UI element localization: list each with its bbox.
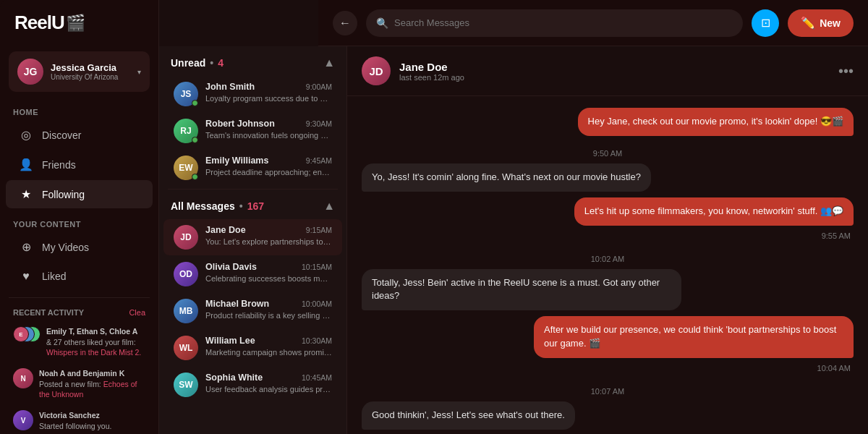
content-area: Unread • 4 ▲ JS John Smith 9:00AM xyxy=(159,46,868,434)
messages-panel: Unread • 4 ▲ JS John Smith 9:00AM xyxy=(159,46,347,434)
recent-title: Recent Activity xyxy=(13,308,84,317)
message-preview: Project deadline approaching; ensure eve… xyxy=(205,167,332,177)
following-icon: ★ xyxy=(19,187,33,201)
activity-item[interactable]: N Noah A and Benjamin K Posted a new fil… xyxy=(9,363,150,405)
edit-icon: ✏️ xyxy=(801,16,815,30)
message-item[interactable]: SW Sophia White 10:45AM User feedback an… xyxy=(163,367,342,403)
sent-time: 9:55 AM xyxy=(362,231,854,240)
sender-name: Olivia Davis xyxy=(205,262,257,272)
message-preview: Celebrating successes boosts morale and … xyxy=(205,273,332,284)
message-item[interactable]: MB Michael Brown 10:00AM Product reliabi… xyxy=(163,293,342,329)
message-item[interactable]: WL William Lee 10:30AM Marketing campaig… xyxy=(163,330,342,366)
main-area: ← 🔍 ⊡ ✏️ New Unread • 4 ▲ xyxy=(159,0,868,434)
chat-header: JD Jane Doe last seen 12m ago ••• xyxy=(347,46,868,96)
message-time: 9:15AM xyxy=(306,226,332,234)
message-preview: Marketing campaign shows promising resul… xyxy=(205,347,332,357)
message-preview: You: Let's explore partnerships to expan… xyxy=(205,237,332,247)
avatar: E xyxy=(13,326,29,342)
avatar: JD xyxy=(174,225,198,250)
recent-header: Recent Activity Clea xyxy=(9,304,150,321)
sidebar-item-my-videos[interactable]: ⊕ My Videos xyxy=(6,233,153,261)
sender-name: Jane Doe xyxy=(205,225,246,235)
sidebar-item-discover[interactable]: ◎ Discover xyxy=(6,121,153,149)
multi-avatar: E S C xyxy=(13,326,41,346)
chat-status: last seen 12m ago xyxy=(399,73,830,82)
home-label: Home xyxy=(0,98,158,121)
sidebar-item-label: My Videos xyxy=(42,242,89,253)
message-preview: Loyalty program success due to dedicated… xyxy=(205,93,332,103)
back-button[interactable]: ← xyxy=(333,11,357,35)
user-name: Jessica Garcia xyxy=(51,62,130,73)
avatar: WL xyxy=(174,336,198,360)
messages-scroll[interactable]: Unread • 4 ▲ JS John Smith 9:00AM xyxy=(159,46,346,434)
message-bubble: Totally, Jess! Bein' active in the ReelU… xyxy=(362,269,681,311)
user-school: University Of Arizona xyxy=(51,73,130,81)
message-preview: User feedback analysis guides product im… xyxy=(205,384,332,394)
avatar: V xyxy=(13,410,33,430)
chat-user-info: Jane Doe last seen 12m ago xyxy=(399,61,830,82)
sender-name: William Lee xyxy=(205,336,255,346)
message-timestamp: 10:02 AM xyxy=(362,255,854,263)
collapse-icon[interactable]: ▲ xyxy=(323,56,335,69)
sidebar: ReelU 🎬 JG Jessica Garcia University Of … xyxy=(0,0,159,434)
message-timestamp: 9:50 AM xyxy=(362,149,854,158)
logo-icon: 🎬 xyxy=(66,14,85,33)
avatar: JS xyxy=(174,82,198,106)
sidebar-item-following[interactable]: ★ Following xyxy=(6,180,153,208)
activity-text: Noah A and Benjamin K Posted a new film:… xyxy=(39,368,145,400)
message-timestamp: 10:07 AM xyxy=(362,387,854,396)
sidebar-item-label: Liked xyxy=(42,271,66,282)
user-profile-card[interactable]: JG Jessica Garcia University Of Arizona … xyxy=(9,51,150,92)
activity-item[interactable]: V Victoria Sanchez Started following you… xyxy=(9,405,150,434)
message-row: Let's hit up some filmmakers, you know, … xyxy=(362,197,854,226)
logo-text: ReelU xyxy=(14,12,64,34)
chat-area: JD Jane Doe last seen 12m ago ••• Hey Ja… xyxy=(347,46,868,434)
all-messages-header: All Messages • 167 ▲ xyxy=(159,190,346,218)
clear-button[interactable]: Clea xyxy=(129,308,145,317)
message-time: 10:15AM xyxy=(302,263,332,271)
message-time: 9:00AM xyxy=(306,82,332,91)
content-label: Your Content xyxy=(0,210,158,233)
message-item[interactable]: RJ Robert Johnson 9:30AM Team's innovati… xyxy=(163,113,342,149)
search-input[interactable] xyxy=(394,17,733,28)
message-time: 9:45AM xyxy=(306,156,332,165)
activity-item[interactable]: E S C Emily T, Ethan S, Chloe A & 27 oth… xyxy=(9,321,150,363)
message-item[interactable]: OD Olivia Davis 10:15AM Celebrating succ… xyxy=(163,256,342,292)
collapse-icon[interactable]: ▲ xyxy=(323,200,335,213)
new-button[interactable]: ✏️ New xyxy=(788,9,854,37)
online-indicator xyxy=(192,174,198,180)
sidebar-item-label: Friends xyxy=(42,159,76,171)
user-info: Jessica Garcia University Of Arizona xyxy=(51,62,130,81)
message-preview: Product reliability is a key selling poi… xyxy=(205,310,332,320)
search-bar: 🔍 xyxy=(366,9,743,37)
activity-text: Emily T, Ethan S, Chloe A & 27 others li… xyxy=(46,326,145,358)
avatar: MB xyxy=(174,299,198,323)
avatar: N xyxy=(13,368,33,388)
online-indicator xyxy=(192,137,198,143)
my-videos-icon: ⊕ xyxy=(19,240,33,254)
top-bar: ← 🔍 ⊡ ✏️ New xyxy=(318,0,868,46)
message-item[interactable]: JS John Smith 9:00AM Loyalty program suc… xyxy=(163,76,342,112)
sidebar-item-liked[interactable]: ♥ Liked xyxy=(6,263,153,290)
friends-icon: 👤 xyxy=(19,158,33,171)
message-row: Hey Jane, check out our movie promo, it'… xyxy=(362,108,854,136)
message-item[interactable]: EW Emily Williams 9:45AM Project deadlin… xyxy=(163,150,342,186)
message-content: John Smith 9:00AM Loyalty program succes… xyxy=(205,82,332,103)
message-item[interactable]: JD Jane Doe 9:15AM You: Let's explore pa… xyxy=(163,219,342,255)
message-time: 10:45AM xyxy=(302,373,332,382)
online-indicator xyxy=(192,100,198,106)
sender-name: Emily Williams xyxy=(205,156,268,166)
activity-text: Victoria Sanchez Started following you. xyxy=(39,410,145,431)
message-content: William Lee 10:30AM Marketing campaign s… xyxy=(205,336,332,357)
logo-area: ReelU 🎬 xyxy=(0,0,158,46)
message-content: Robert Johnson 9:30AM Team's innovation … xyxy=(205,119,332,140)
sidebar-item-friends[interactable]: 👤 Friends xyxy=(6,150,153,179)
message-row: Totally, Jess! Bein' active in the ReelU… xyxy=(362,269,854,311)
video-call-button[interactable]: ⊡ xyxy=(752,9,779,37)
sender-name: John Smith xyxy=(205,82,255,92)
chat-messages[interactable]: Hey Jane, check out our movie promo, it'… xyxy=(347,96,868,434)
message-bubble: Good thinkin', Jess! Let's see what's ou… xyxy=(362,401,575,430)
message-content: Sophia White 10:45AM User feedback analy… xyxy=(205,373,332,394)
more-options-button[interactable]: ••• xyxy=(838,63,854,80)
avatar: EW xyxy=(174,156,198,180)
